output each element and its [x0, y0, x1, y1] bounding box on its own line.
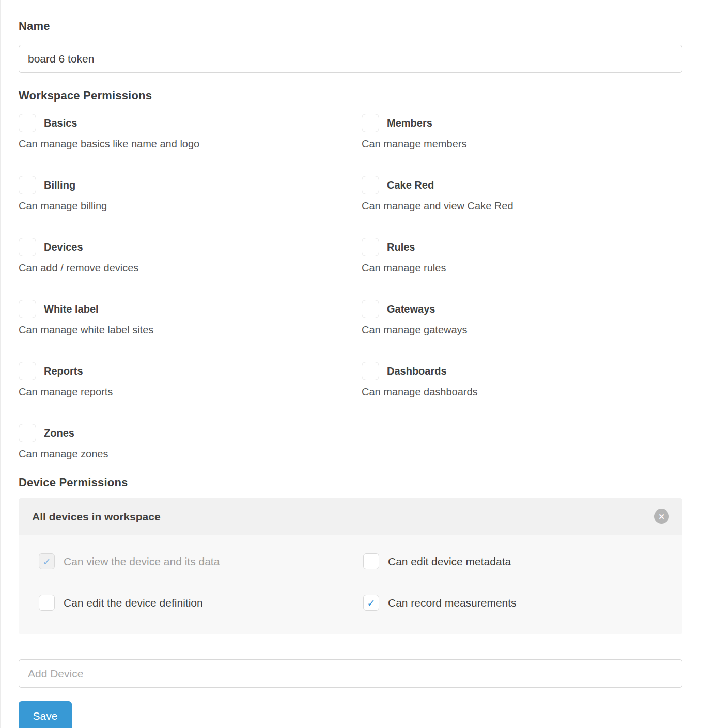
cake-red-checkbox[interactable]: [362, 176, 379, 194]
zones-description: Can manage zones: [19, 448, 362, 460]
device-permissions-heading: Device Permissions: [19, 476, 682, 489]
permission-item-billing: Billing Can manage billing: [19, 176, 362, 212]
device-card-header: All devices in workspace ✕: [19, 498, 682, 535]
permission-item-zones: Zones Can manage zones: [19, 424, 362, 460]
white-label-description: Can manage white label sites: [19, 324, 362, 336]
rules-label: Rules: [387, 241, 415, 253]
permission-item-basics: Basics Can manage basics like name and l…: [19, 114, 362, 150]
permission-item-cake-red: Cake Red Can manage and view Cake Red: [362, 176, 682, 212]
cake-red-label: Cake Red: [387, 179, 434, 191]
permission-item-white-label: White label Can manage white label sites: [19, 300, 362, 336]
can-edit-metadata-checkbox[interactable]: [363, 553, 379, 569]
white-label-label: White label: [44, 303, 99, 315]
billing-checkbox[interactable]: [19, 176, 36, 194]
device-card-options: ✓ Can view the device and its data Can e…: [19, 535, 682, 634]
remove-device-card-button[interactable]: ✕: [654, 509, 669, 524]
zones-label: Zones: [44, 427, 74, 439]
members-label: Members: [387, 117, 432, 129]
reports-checkbox[interactable]: [19, 362, 36, 380]
device-option-view: ✓ Can view the device and its data: [39, 553, 363, 569]
billing-label: Billing: [44, 179, 75, 191]
permission-item-gateways: Gateways Can manage gateways: [362, 300, 682, 336]
device-card-title: All devices in workspace: [32, 510, 161, 523]
white-label-checkbox[interactable]: [19, 300, 36, 318]
members-checkbox[interactable]: [362, 114, 379, 132]
checkmark-icon: ✓: [43, 557, 51, 567]
name-field-label: Name: [19, 20, 682, 33]
close-icon: ✕: [658, 513, 665, 520]
can-record-measurements-label: Can record measurements: [388, 597, 517, 609]
can-view-device-checkbox: ✓: [39, 553, 55, 569]
token-form: Name Workspace Permissions Basics Can ma…: [1, 0, 701, 728]
cake-red-description: Can manage and view Cake Red: [362, 200, 682, 212]
workspace-permissions-grid: Basics Can manage basics like name and l…: [19, 114, 682, 460]
gateways-description: Can manage gateways: [362, 324, 682, 336]
permission-item-rules: Rules Can manage rules: [362, 238, 682, 274]
members-description: Can manage members: [362, 138, 682, 150]
can-edit-definition-checkbox[interactable]: [39, 595, 55, 611]
dashboards-description: Can manage dashboards: [362, 386, 682, 398]
device-option-edit-metadata: Can edit device metadata: [363, 553, 669, 569]
devices-description: Can add / remove devices: [19, 262, 362, 274]
gateways-label: Gateways: [387, 303, 435, 315]
can-record-measurements-checkbox[interactable]: ✓: [363, 595, 379, 611]
permission-item-reports: Reports Can manage reports: [19, 362, 362, 398]
device-permissions-card: All devices in workspace ✕ ✓ Can view th…: [19, 498, 682, 634]
can-edit-metadata-label: Can edit device metadata: [388, 555, 511, 568]
rules-checkbox[interactable]: [362, 238, 379, 256]
device-option-edit-definition: Can edit the device definition: [39, 595, 363, 611]
token-name-input[interactable]: [19, 45, 682, 73]
checkmark-icon: ✓: [367, 598, 376, 608]
devices-checkbox[interactable]: [19, 238, 36, 256]
basics-description: Can manage basics like name and logo: [19, 138, 362, 150]
permission-item-dashboards: Dashboards Can manage dashboards: [362, 362, 682, 398]
dashboards-checkbox[interactable]: [362, 362, 379, 380]
permission-item-members: Members Can manage members: [362, 114, 682, 150]
add-device-input[interactable]: [19, 659, 682, 688]
zones-checkbox[interactable]: [19, 424, 36, 442]
rules-description: Can manage rules: [362, 262, 682, 274]
reports-description: Can manage reports: [19, 386, 362, 398]
device-option-record-measurements: ✓ Can record measurements: [363, 595, 669, 611]
permission-item-devices: Devices Can add / remove devices: [19, 238, 362, 274]
billing-description: Can manage billing: [19, 200, 362, 212]
gateways-checkbox[interactable]: [362, 300, 379, 318]
devices-label: Devices: [44, 241, 83, 253]
workspace-permissions-heading: Workspace Permissions: [19, 89, 682, 102]
dashboards-label: Dashboards: [387, 365, 447, 377]
basics-checkbox[interactable]: [19, 114, 36, 132]
can-view-device-label: Can view the device and its data: [64, 555, 220, 568]
can-edit-definition-label: Can edit the device definition: [64, 597, 203, 609]
reports-label: Reports: [44, 365, 83, 377]
save-button[interactable]: Save: [19, 701, 72, 728]
basics-label: Basics: [44, 117, 77, 129]
